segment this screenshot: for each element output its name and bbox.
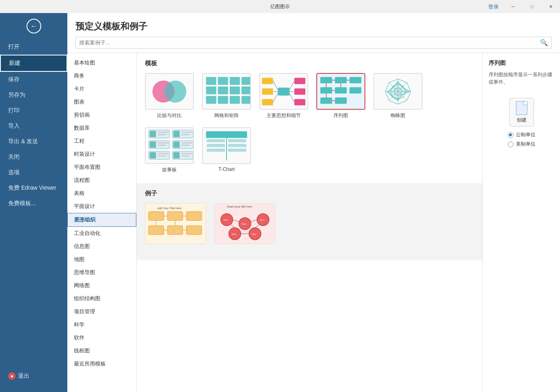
category-item-flowchart[interactable]: 流程图 [67, 174, 136, 187]
svg-rect-11 [218, 96, 228, 104]
category-item-engineering[interactable]: 工程 [67, 135, 136, 148]
category-item-database[interactable]: 数据库 [67, 122, 136, 135]
file-icon [516, 101, 527, 115]
sidebar-item-print[interactable]: 打印 [0, 103, 67, 118]
sidebar-item-new[interactable]: 新建 [0, 55, 67, 72]
category-item-fashion[interactable]: 时装设计 [67, 148, 136, 161]
svg-text:Add Your Title Here: Add Your Title Here [158, 207, 182, 210]
svg-rect-84 [228, 139, 246, 142]
category-list: 基本绘图商务卡片图表剪切画数据库工程时装设计平面布置图流程图表格平面设计图形组织… [67, 53, 137, 392]
category-item-project[interactable]: 项目管理 [67, 305, 136, 318]
category-item-pictorgraph[interactable]: 图形组织 [67, 213, 136, 227]
svg-rect-3 [218, 77, 228, 84]
svg-rect-17 [262, 99, 273, 105]
search-input[interactable] [79, 40, 540, 46]
category-item-card[interactable]: 卡片 [67, 82, 136, 95]
svg-rect-27 [320, 77, 332, 83]
svg-text:Item: Item [231, 233, 236, 235]
template-card-compare[interactable]: 比较与对比 [145, 73, 194, 119]
category-item-flatdesign[interactable]: 平面设计 [67, 200, 136, 213]
template-thumb-grid [202, 73, 251, 110]
category-item-science[interactable]: 科学 [67, 318, 136, 331]
sidebar-item-open[interactable]: 打开 [0, 39, 67, 55]
category-item-org[interactable]: 组织结构图 [67, 292, 136, 305]
sidebar-item-import[interactable]: 导入 [0, 118, 67, 134]
search-bar: 🔍 [76, 37, 552, 49]
svg-rect-64 [158, 142, 169, 143]
category-item-network[interactable]: 网络图 [67, 279, 136, 292]
svg-rect-72 [158, 153, 169, 154]
svg-rect-60 [181, 131, 192, 133]
svg-rect-73 [158, 155, 166, 156]
login-button[interactable]: 登录 [488, 3, 499, 11]
svg-rect-85 [228, 144, 246, 147]
category-item-basic[interactable]: 基本绘图 [67, 56, 136, 69]
template-card-spider[interactable]: 蜘蛛图 [373, 73, 422, 119]
svg-rect-2 [206, 77, 216, 84]
sidebar-item-save[interactable]: 保存 [0, 72, 67, 87]
svg-rect-67 [173, 141, 180, 147]
template-thumb-compare [145, 73, 194, 110]
sidebar-item-free-template[interactable]: 免费模板... [0, 196, 67, 211]
back-button[interactable]: ← [0, 13, 67, 39]
category-item-recent[interactable]: 最近所用模板 [67, 357, 136, 370]
radio-item-metric[interactable]: 公制单位 [508, 131, 536, 138]
app-title: 亿图图示 [270, 3, 290, 10]
svg-rect-93 [187, 226, 202, 235]
minimize-button[interactable]: ─ [504, 0, 522, 13]
template-card-grid[interactable]: 网格和矩阵 [202, 73, 251, 119]
examples-grid: Add Your Title Here Share your title her… [145, 203, 474, 244]
sidebar-item-saveas[interactable]: 另存为 [0, 87, 67, 103]
search-icon[interactable]: 🔍 [540, 39, 548, 47]
right-panel-title: 序列图 [489, 60, 554, 67]
sidebar-item-options[interactable]: 选项 [0, 165, 67, 180]
category-item-infographic[interactable]: 信息图 [67, 240, 136, 253]
sidebar-item-edraw-viewer[interactable]: 免费 Edraw Viewer [0, 180, 67, 196]
examples-section-title: 例子 [145, 190, 474, 197]
svg-line-114 [255, 225, 259, 228]
category-item-business[interactable]: 商务 [67, 69, 136, 82]
category-item-map[interactable]: 地图 [67, 253, 136, 266]
svg-rect-69 [181, 144, 190, 146]
svg-rect-5 [242, 77, 250, 84]
svg-rect-65 [158, 144, 166, 146]
category-item-wireframe[interactable]: 线框图 [67, 344, 136, 357]
category-item-floorplan[interactable]: 平面布置图 [67, 161, 136, 174]
category-item-table[interactable]: 表格 [67, 187, 136, 200]
sidebar-item-exit[interactable]: ● 退出 [0, 368, 67, 384]
svg-rect-78 [206, 131, 247, 137]
svg-rect-13 [242, 96, 250, 104]
radio-item-imperial[interactable]: 美制单位 [508, 141, 536, 148]
restore-button[interactable]: □ [522, 0, 541, 13]
svg-rect-90 [187, 212, 202, 221]
template-thumb-minddetail [259, 73, 308, 110]
category-item-mindmap[interactable]: 思维导图 [67, 266, 136, 279]
example-card-ex2[interactable]: Share your title here Item Item Item Ite… [214, 203, 276, 244]
close-button[interactable]: ✕ [541, 0, 560, 13]
template-card-storyboard[interactable]: 故事板 [145, 127, 194, 173]
svg-rect-81 [207, 139, 225, 142]
sidebar-item-close[interactable]: 关闭 [0, 149, 67, 165]
svg-rect-14 [278, 87, 290, 95]
svg-rect-12 [230, 96, 240, 104]
svg-rect-15 [262, 78, 273, 84]
category-item-cutaway[interactable]: 剪切画 [67, 109, 136, 122]
svg-line-26 [290, 93, 295, 102]
category-item-chart[interactable]: 图表 [67, 95, 136, 109]
create-button[interactable]: 创建 [509, 98, 534, 126]
svg-rect-8 [230, 86, 240, 94]
main-container: ← 打开新建保存另存为打印导入导出 & 发送关闭选项免费 Edraw Viewe… [0, 13, 560, 392]
svg-rect-82 [207, 144, 225, 147]
example-card-ex1[interactable]: Add Your Title Here [145, 203, 206, 244]
category-item-software[interactable]: 软件 [67, 331, 136, 344]
sidebar-item-export[interactable]: 导出 & 发送 [0, 134, 67, 149]
template-card-tchart[interactable]: T-Chart [202, 127, 251, 173]
radio-circle-imperial [508, 142, 513, 147]
template-label-storyboard: 故事板 [162, 166, 177, 173]
category-item-industrial[interactable]: 工业自动化 [67, 227, 136, 240]
template-card-sequence[interactable]: 序列图 [316, 73, 365, 119]
svg-rect-20 [294, 99, 305, 105]
template-card-minddetail[interactable]: 主要思想和细节 [259, 73, 308, 119]
svg-rect-63 [150, 141, 156, 147]
svg-text:Item: Item [242, 223, 247, 225]
